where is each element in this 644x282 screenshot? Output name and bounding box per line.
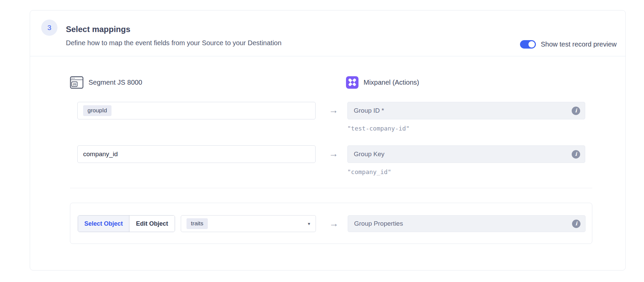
destination-field: Group Key i xyxy=(347,145,585,163)
test-record-preview-value: "test-company-id" xyxy=(347,125,410,132)
page-title: Select mappings xyxy=(66,25,130,34)
mixpanel-icon xyxy=(346,76,358,89)
arrow-right-icon: → xyxy=(322,203,346,244)
destination-field-label: Group Properties xyxy=(354,220,572,227)
destination-field: Group Properties i xyxy=(348,215,586,232)
info-icon[interactable]: i xyxy=(572,107,580,115)
svg-text:JS: JS xyxy=(73,83,76,86)
page-subtitle: Define how to map the event fields from … xyxy=(66,39,281,47)
destination-name: Mixpanel (Actions) xyxy=(364,79,419,86)
arrow-right-icon: → xyxy=(321,145,346,163)
object-source-token: traits xyxy=(187,218,208,229)
source-field-text: company_id xyxy=(83,150,118,158)
info-icon[interactable]: i xyxy=(572,150,580,159)
source-field-input[interactable]: groupId xyxy=(77,102,316,119)
segment-js-browser-icon: JS xyxy=(70,76,83,89)
mapping-row: groupId → Group ID * i xyxy=(30,102,625,119)
object-source-dropdown[interactable]: traits ▾ xyxy=(181,215,316,232)
step-number-badge: 3 xyxy=(41,20,57,36)
source-column-header: JS Segment JS 8000 xyxy=(70,75,142,89)
source-name: Segment JS 8000 xyxy=(89,79,142,86)
destination-column-header: Mixpanel (Actions) xyxy=(346,75,419,89)
toggle-knob xyxy=(528,41,535,48)
edit-object-button[interactable]: Edit Object xyxy=(129,216,175,232)
destination-field-label: Group Key xyxy=(354,150,572,158)
destination-field: Group ID * i xyxy=(347,102,585,119)
section-divider xyxy=(70,188,592,188)
destination-field-label: Group ID * xyxy=(354,107,572,114)
info-icon[interactable]: i xyxy=(572,220,580,228)
show-test-record-preview-toggle[interactable] xyxy=(520,40,536,49)
chevron-down-icon: ▾ xyxy=(308,221,310,226)
object-mapping-box: Select Object Edit Object traits ▾ → Gro… xyxy=(70,203,592,244)
test-record-preview-value: "company_id" xyxy=(347,168,391,175)
card-header: 3 Select mappings Define how to map the … xyxy=(30,10,625,56)
select-mappings-card: 3 Select mappings Define how to map the … xyxy=(30,10,626,271)
test-preview-toggle-group: Show test record preview xyxy=(520,39,617,49)
source-field-token: groupId xyxy=(83,105,112,116)
object-mode-segmented-control: Select Object Edit Object xyxy=(78,215,175,232)
mapping-row: company_id → Group Key i xyxy=(30,145,625,163)
select-object-button[interactable]: Select Object xyxy=(78,216,129,232)
source-field-input[interactable]: company_id xyxy=(77,145,316,163)
arrow-right-icon: → xyxy=(321,102,346,119)
toggle-label: Show test record preview xyxy=(541,40,617,48)
